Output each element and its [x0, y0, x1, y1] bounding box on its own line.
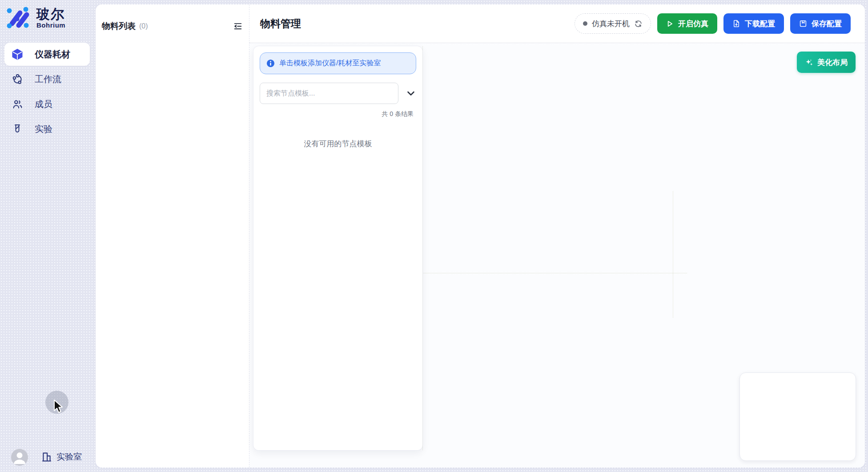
hint-banner-text: 单击模板添加仪器/耗材至实验室	[279, 59, 381, 68]
download-config-label: 下载配置	[745, 19, 775, 29]
play-icon	[666, 20, 674, 28]
sidebar-nav: 仪器耗材 工作流 成员	[0, 43, 94, 140]
sidebar-item-label: 仪器耗材	[35, 48, 70, 60]
main-shell: 物料列表 (0) 物料管理 仿真未开机	[96, 4, 865, 468]
cube-icon	[12, 48, 23, 60]
members-icon	[12, 98, 23, 110]
material-list-count: (0)	[139, 22, 148, 30]
sidebar-item-label: 工作流	[35, 73, 61, 85]
brand-subname: Bohrium	[36, 21, 65, 29]
page-title: 物料管理	[260, 17, 301, 31]
mouse-cursor	[53, 399, 65, 414]
sidebar-item-workflow[interactable]: 工作流	[4, 68, 90, 91]
save-config-button[interactable]: 保存配置	[790, 13, 851, 34]
sidebar-item-instruments[interactable]: 仪器耗材	[4, 43, 90, 66]
template-search-input[interactable]	[260, 83, 398, 104]
template-panel: 单击模板添加仪器/耗材至实验室 共 0 条结果 没有可用的节点模板	[253, 46, 422, 450]
file-download-icon	[732, 20, 740, 28]
lab-label: 实验室	[56, 451, 82, 463]
canvas-guide-vertical	[422, 46, 423, 450]
sparkles-icon	[805, 58, 813, 67]
page-header: 物料管理 仿真未开机	[249, 4, 865, 43]
editor-area: 物料管理 仿真未开机	[249, 4, 865, 468]
result-count: 共 0 条结果	[260, 110, 416, 118]
sidebar-item-label: 成员	[35, 98, 52, 110]
user-avatar[interactable]	[11, 449, 28, 466]
beautify-layout-label: 美化布局	[817, 57, 848, 68]
building-icon	[41, 451, 52, 463]
sidebar-item-experiment[interactable]: 实验	[4, 117, 90, 140]
simulation-status-pill: 仿真未开机	[575, 13, 651, 34]
workflow-icon	[12, 73, 23, 85]
download-config-button[interactable]: 下载配置	[723, 13, 784, 34]
info-icon	[266, 59, 275, 68]
save-icon	[799, 20, 807, 28]
brand-logo: 玻尔 Bohrium	[0, 0, 94, 30]
empty-state-text: 没有可用的节点模板	[260, 139, 416, 149]
beautify-layout-button[interactable]: 美化布局	[797, 52, 856, 73]
sidebar-item-label: 实验	[35, 123, 52, 135]
canvas-guide-horizontal	[422, 273, 687, 273]
chevron-down-icon[interactable]	[406, 88, 416, 99]
material-list-title: 物料列表	[102, 20, 136, 32]
lab-switcher[interactable]: 实验室	[41, 451, 82, 463]
sidebar-item-members[interactable]: 成员	[4, 92, 90, 116]
collapse-panel-icon[interactable]	[233, 21, 243, 31]
start-simulation-button[interactable]: 开启仿真	[657, 13, 717, 34]
hint-banner: 单击模板添加仪器/耗材至实验室	[260, 52, 416, 74]
bohrium-logo-icon	[5, 5, 30, 30]
status-dot-icon	[583, 21, 587, 26]
save-config-label: 保存配置	[812, 19, 842, 29]
start-simulation-label: 开启仿真	[678, 19, 708, 29]
experiment-icon	[12, 123, 23, 135]
refresh-icon[interactable]	[634, 20, 643, 28]
brand-name: 玻尔	[36, 7, 65, 21]
minimap[interactable]	[739, 372, 856, 461]
simulation-status-label: 仿真未开机	[592, 19, 630, 29]
canvas-guide-vertical	[673, 191, 673, 318]
account-row: 实验室	[0, 449, 94, 467]
sidebar: 玻尔 Bohrium 仪器耗材 工作流	[0, 0, 94, 472]
material-list-panel: 物料列表 (0)	[96, 4, 249, 468]
